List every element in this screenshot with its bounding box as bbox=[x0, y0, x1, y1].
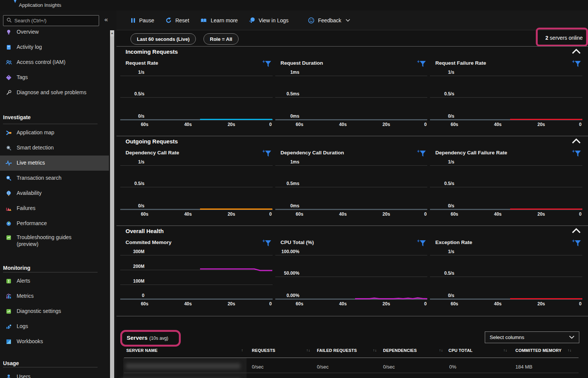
sidebar-item-metrics[interactable]: Metrics bbox=[0, 289, 109, 304]
sidebar-group-usage: Usage bbox=[3, 360, 106, 366]
chart-panel-exception-rate: Exception Rate + 1/s 0.5/s 0/s 60s40s20s… bbox=[430, 239, 582, 314]
sidebar-item-alerts[interactable]: Alerts bbox=[0, 274, 109, 289]
sidebar-item-workbooks[interactable]: Workbooks bbox=[0, 334, 109, 349]
sidebar-item-troubleshooting-guides[interactable]: Troubleshooting guides (preview) bbox=[0, 231, 109, 255]
reset-icon bbox=[165, 17, 172, 24]
chevron-up-icon[interactable] bbox=[571, 227, 582, 236]
smiley-icon bbox=[308, 17, 315, 24]
svg-text:+: + bbox=[417, 239, 420, 244]
add-filter-icon[interactable]: + bbox=[417, 239, 427, 249]
pause-button[interactable]: Pause bbox=[130, 17, 154, 23]
chart-line bbox=[510, 255, 582, 299]
select-columns-dropdown[interactable]: Select columns bbox=[485, 331, 579, 343]
reset-button[interactable]: Reset bbox=[165, 17, 189, 24]
sidebar-item-users[interactable]: Users bbox=[0, 369, 109, 378]
sort-icon[interactable]: ↑↓ bbox=[306, 348, 310, 352]
application-insights-live-metrics: Application Insights « Overview Activity… bbox=[0, 0, 588, 378]
sidebar-item-activity-log[interactable]: Activity log bbox=[0, 40, 109, 55]
section-overall-health: Overall Health Commited Memory + 300M 20… bbox=[116, 226, 588, 316]
column-cpu-total[interactable]: CPU TOTAL bbox=[448, 348, 473, 353]
chart-line bbox=[510, 76, 582, 120]
chart-plot: 1ms 0.5ms 0ms bbox=[275, 76, 428, 120]
time-range-pill[interactable]: Last 60 seconds (Live) bbox=[130, 33, 196, 45]
view-in-logs-button[interactable]: View in Logs bbox=[249, 17, 289, 23]
sidebar-item-application-map[interactable]: Application map bbox=[0, 125, 109, 140]
column-dependencies[interactable]: DEPENDENCIES bbox=[383, 348, 417, 353]
sidebar-scrollbar[interactable]: ▲ bbox=[110, 30, 114, 378]
chart-panel-committed-memory: Commited Memory + 300M 200M 100M 0 60s40… bbox=[120, 239, 273, 314]
add-filter-icon[interactable]: + bbox=[572, 59, 582, 70]
tag-icon bbox=[5, 74, 12, 81]
x-axis-ticks: 60s40s20s0 bbox=[275, 122, 428, 129]
search-input[interactable] bbox=[14, 18, 90, 23]
svg-text:+: + bbox=[417, 59, 420, 64]
table-header: SERVER NAME↑ REQUESTS↑↓ FAILED REQUESTS↑… bbox=[116, 348, 588, 354]
column-committed-memory[interactable]: COMMITTED MEMORY bbox=[515, 348, 562, 353]
metrics-icon bbox=[5, 293, 12, 300]
sidebar-group-investigate: Investigate bbox=[3, 114, 106, 120]
add-filter-icon[interactable]: + bbox=[572, 239, 582, 249]
book-icon bbox=[200, 17, 207, 23]
chart-title: Dependency Call Rate bbox=[126, 150, 179, 156]
sidebar-item-overview[interactable]: Overview bbox=[0, 25, 109, 40]
add-filter-icon[interactable]: + bbox=[262, 239, 272, 249]
diagnostic-settings-icon bbox=[5, 308, 12, 315]
role-filter-pill[interactable]: Role = All bbox=[203, 33, 239, 45]
workbook-icon bbox=[5, 338, 12, 345]
sidebar-item-logs[interactable]: Logs bbox=[0, 319, 109, 334]
chevron-up-icon[interactable] bbox=[571, 137, 582, 146]
logs-icon bbox=[5, 323, 12, 330]
svg-text:+: + bbox=[417, 149, 420, 154]
pause-icon bbox=[130, 17, 136, 23]
add-filter-icon[interactable]: + bbox=[417, 149, 427, 160]
chart-title: Dependency Call Failure Rate bbox=[435, 150, 507, 156]
sidebar-collapse-icon[interactable]: « bbox=[104, 16, 108, 23]
servers-online-status: 2 servers online bbox=[545, 35, 583, 41]
svg-text:+: + bbox=[572, 239, 575, 244]
sort-icon[interactable]: ↑↓ bbox=[439, 348, 443, 352]
wrench-icon bbox=[5, 89, 12, 96]
svg-text:+: + bbox=[572, 59, 575, 64]
blade-header: Application Insights bbox=[0, 0, 588, 11]
column-server-name[interactable]: SERVER NAME bbox=[126, 348, 158, 353]
sidebar-item-availability[interactable]: Availability bbox=[0, 186, 109, 201]
servers-section: Servers(10s avg) Select columns SERVER N… bbox=[116, 316, 588, 378]
column-failed-requests[interactable]: FAILED REQUESTS bbox=[317, 348, 357, 353]
sidebar-item-transaction-search[interactable]: Transaction search bbox=[0, 171, 109, 186]
sidebar-item-diagnose[interactable]: Diagnose and solve problems bbox=[0, 85, 109, 100]
sidebar: « Overview Activity log Access control (… bbox=[0, 11, 116, 378]
sidebar-item-tags[interactable]: Tags bbox=[0, 70, 109, 85]
application-map-icon bbox=[5, 129, 12, 136]
sidebar-item-diagnostic-settings[interactable]: Diagnostic settings bbox=[0, 304, 109, 319]
sidebar-item-smart-detection[interactable]: Smart detection bbox=[0, 140, 109, 156]
sidebar-item-access-control[interactable]: Access control (IAM) bbox=[0, 55, 109, 70]
section-incoming-requests: Incoming Requests Request Rate + 1/s 0.5… bbox=[116, 46, 588, 136]
pulse-icon bbox=[5, 160, 12, 166]
redacted-server-name bbox=[126, 363, 240, 369]
sort-icon[interactable]: ↑ bbox=[241, 348, 243, 352]
add-filter-icon[interactable]: + bbox=[417, 59, 427, 70]
sidebar-item-live-metrics[interactable]: Live metrics bbox=[0, 156, 109, 171]
chart-title: CPU Total (%) bbox=[281, 240, 314, 245]
sidebar-item-performance[interactable]: Performance bbox=[0, 216, 109, 231]
chart-plot: 1/s 0.5/s 0/s bbox=[430, 165, 582, 210]
learn-more-button[interactable]: Learn more bbox=[200, 17, 238, 23]
sort-icon[interactable]: ↑↓ bbox=[503, 348, 507, 352]
people-icon bbox=[5, 59, 12, 66]
chart-title: Request Duration bbox=[281, 60, 323, 66]
sidebar-item-failures[interactable]: Failures bbox=[0, 201, 109, 216]
chart-title: Exception Rate bbox=[435, 240, 472, 245]
add-filter-icon[interactable]: + bbox=[262, 59, 272, 70]
chart-plot: 1/s 0.5/s 0/s bbox=[120, 76, 273, 120]
chevron-up-icon[interactable] bbox=[571, 48, 582, 57]
scrollbar-up-arrow[interactable]: ▲ bbox=[110, 30, 114, 36]
column-requests[interactable]: REQUESTS bbox=[252, 348, 275, 353]
feedback-button[interactable]: Feedback bbox=[308, 17, 350, 24]
chart-plot: 300M 200M 100M 0 bbox=[120, 255, 273, 299]
chart-panel-request-duration: Request Duration + 1ms 0.5ms 0ms 60s40s2… bbox=[275, 59, 428, 134]
add-filter-icon[interactable]: + bbox=[572, 149, 582, 160]
sort-icon[interactable]: ↑↓ bbox=[568, 348, 571, 352]
add-filter-icon[interactable]: + bbox=[262, 149, 272, 160]
chart-panel-request-failure-rate: Request Failure Rate + 1/s 0.5/s 0/s 60s… bbox=[430, 59, 582, 134]
sort-icon[interactable]: ↑↓ bbox=[373, 348, 377, 352]
